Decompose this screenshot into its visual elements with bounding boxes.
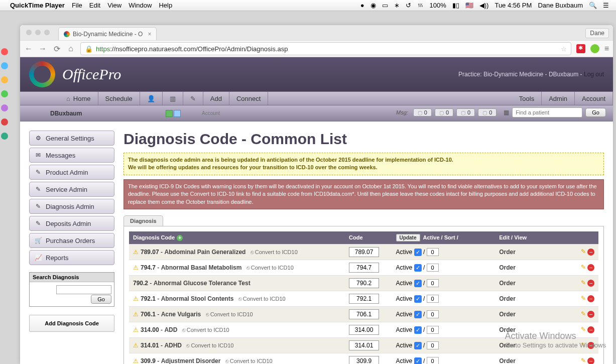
active-checkbox[interactable]: ✓ bbox=[414, 280, 422, 287]
flag-icon[interactable]: 🇺🇸 bbox=[465, 2, 473, 9]
user-text[interactable]: Dane Buxbaum bbox=[538, 2, 583, 9]
code-input[interactable] bbox=[349, 278, 379, 288]
extension-green-icon[interactable] bbox=[590, 44, 599, 53]
sort-input[interactable] bbox=[427, 310, 439, 318]
delete-icon[interactable]: – bbox=[587, 264, 594, 271]
home-button[interactable]: ⌂ bbox=[66, 44, 75, 53]
sort-input[interactable] bbox=[427, 264, 439, 272]
delete-icon[interactable]: – bbox=[587, 311, 594, 318]
status-square-green[interactable] bbox=[166, 110, 173, 117]
sort-input[interactable] bbox=[427, 295, 439, 303]
menu-edit[interactable]: Edit bbox=[89, 2, 100, 9]
sidebar-item-4[interactable]: ✎Diagnosis Admin bbox=[29, 199, 114, 214]
delete-icon[interactable]: – bbox=[587, 326, 594, 333]
code-input[interactable] bbox=[349, 325, 379, 335]
msg-count-2[interactable]: 0 bbox=[456, 108, 475, 116]
edit-icon[interactable]: ✎ bbox=[581, 357, 586, 364]
edit-icon[interactable]: ✎ bbox=[581, 248, 586, 255]
add-diagnosis-button[interactable]: Add Diagnosis Code bbox=[29, 315, 114, 332]
find-go-button[interactable]: Go bbox=[585, 108, 606, 117]
code-input[interactable] bbox=[349, 263, 379, 273]
menubar-app[interactable]: QuickTime Player bbox=[10, 2, 65, 9]
menu-file[interactable]: File bbox=[72, 2, 82, 9]
convert-link[interactable]: ⎋Convert to ICD10 bbox=[182, 327, 229, 333]
sidebar-item-2[interactable]: ✎Product Admin bbox=[29, 165, 114, 180]
add-code-icon[interactable]: + bbox=[177, 235, 183, 241]
edit-icon[interactable]: ✎ bbox=[581, 341, 586, 348]
nav-add[interactable]: Add bbox=[203, 92, 229, 105]
convert-link[interactable]: ⎋Convert to ICD10 bbox=[225, 358, 273, 364]
code-input[interactable] bbox=[349, 294, 379, 304]
convert-link[interactable]: ⎋Convert to ICD10 bbox=[247, 265, 294, 271]
edit-icon[interactable]: ✎ bbox=[581, 310, 586, 317]
extension-red-icon[interactable] bbox=[576, 44, 585, 53]
address-bar[interactable]: 🔒 https://nsofficepro.naturaesoft.com/Of… bbox=[80, 42, 571, 55]
nav-account[interactable]: Account bbox=[575, 92, 613, 105]
bluetooth-icon[interactable]: ∗ bbox=[394, 2, 400, 9]
battery-icon[interactable]: ▮▯ bbox=[452, 2, 459, 9]
edit-icon[interactable]: ✎ bbox=[581, 279, 586, 286]
chrome-menu-icon[interactable]: ≡ bbox=[604, 44, 609, 53]
delete-icon[interactable]: – bbox=[587, 357, 594, 364]
spotlight-dot-icon[interactable]: ● bbox=[360, 2, 364, 9]
edit-icon[interactable]: ✎ bbox=[581, 295, 586, 302]
profile-chip[interactable]: Dane bbox=[585, 28, 609, 38]
convert-link[interactable]: ⎋Convert to ICD10 bbox=[251, 249, 298, 255]
tab-diagnosis[interactable]: Diagnosis bbox=[124, 215, 163, 226]
status-square-blue[interactable] bbox=[174, 110, 181, 117]
menu-extra-icon[interactable]: ☰ bbox=[603, 2, 609, 9]
sort-input[interactable] bbox=[427, 279, 439, 287]
active-checkbox[interactable]: ✓ bbox=[414, 311, 422, 318]
find-patient-input[interactable] bbox=[512, 107, 582, 117]
delete-icon[interactable]: – bbox=[587, 249, 594, 256]
sidebar-item-1[interactable]: ✉Messages bbox=[29, 148, 114, 163]
convert-link[interactable]: ⎋Convert to ICD10 bbox=[206, 311, 253, 317]
logout-link[interactable]: Log out bbox=[584, 71, 604, 78]
nav-icon-chart[interactable]: ▥ bbox=[163, 92, 183, 105]
nav-admin[interactable]: Admin bbox=[542, 92, 575, 105]
back-button[interactable]: ← bbox=[24, 44, 33, 53]
order-link[interactable]: Order bbox=[499, 357, 516, 364]
active-checkbox[interactable]: ✓ bbox=[414, 357, 422, 364]
forward-button[interactable]: → bbox=[38, 44, 47, 53]
sort-input[interactable] bbox=[427, 357, 439, 364]
timemachine-icon[interactable]: ↺ bbox=[406, 2, 411, 9]
browser-tab[interactable]: Bio-Dynamic Medicine - O × bbox=[58, 27, 157, 40]
msg-count-0[interactable]: 0 bbox=[413, 108, 432, 116]
delete-icon[interactable]: – bbox=[587, 342, 594, 349]
nav-home[interactable]: ⌂Home bbox=[59, 92, 98, 105]
window-controls[interactable] bbox=[26, 30, 50, 35]
code-input[interactable] bbox=[349, 340, 379, 350]
nav-connect[interactable]: Connect bbox=[229, 92, 268, 105]
sidebar-item-7[interactable]: 📈Reports bbox=[29, 250, 114, 265]
search-diagnosis-go[interactable]: Go bbox=[91, 295, 111, 304]
order-link[interactable]: Order bbox=[499, 295, 516, 302]
active-checkbox[interactable]: ✓ bbox=[414, 264, 422, 272]
nav-icon-person[interactable]: 👤 bbox=[140, 92, 163, 105]
msg-count-1[interactable]: 0 bbox=[435, 108, 453, 116]
update-button[interactable]: Update bbox=[396, 234, 420, 241]
sort-input[interactable] bbox=[427, 326, 439, 334]
star-icon[interactable]: ☆ bbox=[561, 45, 567, 53]
menu-window[interactable]: Window bbox=[129, 2, 152, 9]
code-input[interactable] bbox=[349, 309, 379, 319]
sidebar-item-5[interactable]: ✎Deposits Admin bbox=[29, 216, 114, 231]
record-icon[interactable]: ◉ bbox=[371, 2, 376, 9]
order-link[interactable]: Order bbox=[499, 311, 516, 318]
code-input[interactable] bbox=[349, 247, 379, 257]
menu-help[interactable]: Help bbox=[159, 2, 172, 9]
battery-text[interactable]: 100% bbox=[430, 2, 446, 9]
reload-button[interactable]: ⟳ bbox=[52, 44, 61, 54]
search-diagnosis-input[interactable] bbox=[56, 285, 111, 294]
sort-input[interactable] bbox=[427, 248, 439, 256]
edit-icon[interactable]: ✎ bbox=[581, 264, 586, 271]
delete-icon[interactable]: – bbox=[587, 280, 594, 287]
active-checkbox[interactable]: ✓ bbox=[414, 295, 422, 303]
order-link[interactable]: Order bbox=[499, 264, 516, 271]
code-input[interactable] bbox=[349, 356, 379, 364]
order-link[interactable]: Order bbox=[499, 280, 516, 287]
nav-icon-pen[interactable]: ✎ bbox=[183, 92, 203, 105]
wifi-icon[interactable]: ᯾ bbox=[417, 2, 424, 9]
delete-icon[interactable]: – bbox=[587, 295, 594, 302]
subnav-account[interactable]: Account bbox=[202, 110, 220, 116]
